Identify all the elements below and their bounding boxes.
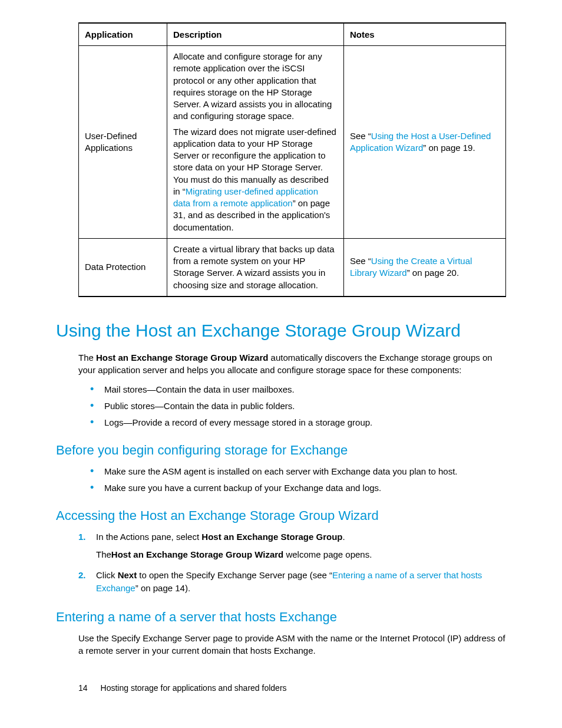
cell-desc: Create a virtual library that backs up d…	[167, 238, 344, 297]
step-item: Click Next to open the Specify Exchange …	[78, 569, 506, 595]
bold-wizard-name: Host an Exchange Storage Group Wizard	[111, 549, 283, 559]
list-item: Mail stores—Contain the data in user mai…	[90, 383, 506, 396]
application-table: Application Description Notes User-Defin…	[78, 22, 506, 297]
cell-app: User-Defined Applications	[79, 46, 167, 239]
header-notes: Notes	[344, 23, 506, 46]
list-item: Make sure the ASM agent is installed on …	[90, 465, 506, 477]
page-number: 14	[78, 683, 88, 693]
list-item: Public stores—Contain the data in public…	[90, 400, 506, 412]
entering-server-paragraph: Use the Specify Exchange Server page to …	[78, 632, 506, 657]
heading-before-you-begin: Before you begin configuring storage for…	[56, 443, 506, 458]
cell-notes: See “Using the Host a User-Defined Appli…	[344, 46, 506, 239]
cell-desc: Allocate and configure storage for any r…	[167, 46, 344, 239]
bold-action-name: Host an Exchange Storage Group	[201, 532, 342, 542]
list-item: Make sure you have a current backup of y…	[90, 482, 506, 494]
table-row: User-Defined Applications Allocate and c…	[79, 46, 506, 239]
desc-paragraph: Allocate and configure storage for any r…	[173, 51, 338, 123]
header-application: Application	[79, 23, 167, 46]
desc-paragraph: The wizard does not migrate user-defined…	[173, 126, 338, 233]
intro-paragraph: The Host an Exchange Storage Group Wizar…	[78, 351, 506, 376]
page-footer: 14Hosting storage for applications and s…	[78, 683, 287, 693]
bold-wizard-name: Host an Exchange Storage Group Wizard	[96, 353, 268, 363]
desc-paragraph: Create a virtual library that backs up d…	[173, 243, 338, 291]
heading-entering-server-name: Entering a name of a server that hosts E…	[56, 610, 506, 625]
bold-next: Next	[118, 570, 137, 580]
components-list: Mail stores—Contain the data in user mai…	[90, 383, 506, 429]
access-steps: In the Actions pane, select Host an Exch…	[78, 531, 506, 595]
footer-title: Hosting storage for applications and sha…	[101, 683, 287, 693]
cell-app: Data Protection	[79, 238, 167, 297]
cell-notes: See “Using the Create a Virtual Library …	[344, 238, 506, 297]
step-subline: TheHost an Exchange Storage Group Wizard…	[96, 548, 506, 562]
heading-using-host-exchange-wizard: Using the Host an Exchange Storage Group…	[56, 321, 506, 341]
header-description: Description	[167, 23, 344, 46]
step-item: In the Actions pane, select Host an Exch…	[78, 531, 506, 562]
list-item: Logs—Provide a record of every message s…	[90, 416, 506, 429]
table-row: Data Protection Create a virtual library…	[79, 238, 506, 297]
heading-accessing-wizard: Accessing the Host an Exchange Storage G…	[56, 508, 506, 523]
before-begin-list: Make sure the ASM agent is installed on …	[90, 465, 506, 494]
